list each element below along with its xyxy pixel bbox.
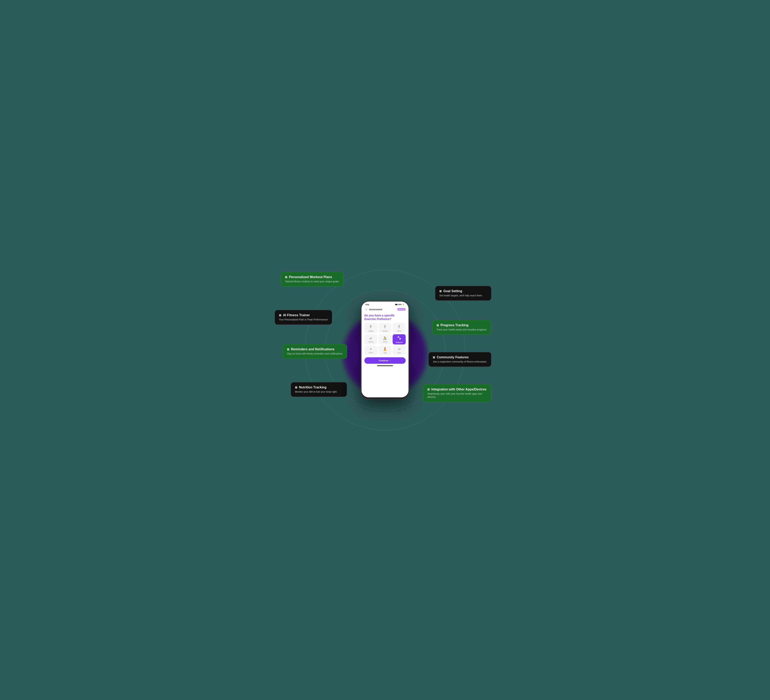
card-goal-desc: Set health targets, we'll help reach the… xyxy=(439,294,487,297)
screen-question: Do you have a specific Exercise Prefrenc… xyxy=(362,312,408,322)
card-integration-title: ⊞ Integration with Other Apps/Devices xyxy=(427,388,487,391)
skating-label: Skating xyxy=(368,341,374,343)
progress-icon: ⊞ xyxy=(437,323,439,327)
exercise-yoga[interactable]: 🧘 Yoga xyxy=(379,346,391,355)
biking-label: Biking xyxy=(383,341,387,343)
phone-screen: ‹ Assessment 10 of 17 Do you have a spec… xyxy=(362,306,408,398)
exercise-hiking[interactable]: Hiking xyxy=(393,323,406,333)
other-icon: ⚙ xyxy=(398,347,401,351)
signal-icon: ▮▮▮ xyxy=(395,304,398,306)
card-nutrition: ⊞ Nutrition Tracking Monitor your diet t… xyxy=(291,382,347,397)
card-integration-desc: Seamlessly sync with your favorite healt… xyxy=(427,392,487,399)
card-community-title: ⊞ Community Features xyxy=(433,356,487,359)
status-time: 9:41 xyxy=(366,304,369,306)
exercise-jogging[interactable]: Jogging xyxy=(364,323,377,333)
walking-icon xyxy=(383,325,387,329)
hiking-label: Hiking xyxy=(397,330,401,332)
exercise-weightlift[interactable]: Weightlift xyxy=(393,334,406,344)
card-goal: ⊞ Goal Setting Set health targets, we'll… xyxy=(435,286,491,301)
hiking-icon xyxy=(397,325,401,329)
card-nutrition-title: ⊞ Nutrition Tracking xyxy=(295,386,343,389)
phone-frame: 9:41 ▮▮▮ WiFi 🔋 ‹ Assessment 10 of 17 xyxy=(361,301,409,399)
weightlift-label: Weightlift xyxy=(396,341,403,343)
other-label: Other xyxy=(397,352,401,354)
jogging-label: Jogging xyxy=(368,330,374,332)
exercise-skating[interactable]: ⛸ Skating xyxy=(364,334,377,344)
card-goal-title: ⊞ Goal Setting xyxy=(439,289,487,293)
phone-mockup: 9:41 ▮▮▮ WiFi 🔋 ‹ Assessment 10 of 17 xyxy=(361,301,409,399)
card-progress-desc: Track your health easily and visualize p… xyxy=(437,328,487,331)
battery-icon: 🔋 xyxy=(403,304,404,306)
card-ai-desc: Your Personalized Path to Peak Performan… xyxy=(279,318,328,322)
card-reminders-title: ⊞ Reminders and Notifications xyxy=(287,348,343,351)
card-integration: ⊞ Integration with Other Apps/Devices Se… xyxy=(423,384,491,403)
skating-icon: ⛸ xyxy=(369,336,372,340)
community-icon: ⊞ xyxy=(433,356,435,359)
exercise-biking[interactable]: 🚴 Biking xyxy=(379,334,391,344)
yoga-label: Yoga xyxy=(383,352,387,354)
card-personalized: ⊞ Personalized Workout Plans Tailored fi… xyxy=(281,272,343,287)
card-reminders: ⊞ Reminders and Notifications Stay on tr… xyxy=(283,344,347,359)
exercise-grid: Jogging Walking Hiking xyxy=(362,322,408,356)
yoga-icon: 🧘 xyxy=(383,347,387,351)
cardio-icon: ♥ xyxy=(370,347,372,351)
goal-icon: ⊞ xyxy=(439,289,442,293)
cardio-label: Cardio xyxy=(369,352,373,354)
continue-button[interactable]: Continue → xyxy=(364,357,406,364)
card-community-desc: Join a supportive community of fitness e… xyxy=(433,360,487,364)
screen-header: ‹ Assessment 10 of 17 xyxy=(362,306,408,312)
bell-icon: ⊞ xyxy=(287,348,290,351)
card-personalized-title: ⊞ Personalized Workout Plans xyxy=(285,275,339,279)
back-button[interactable]: ‹ xyxy=(364,307,368,311)
weightlift-icon xyxy=(397,336,401,341)
exercise-other[interactable]: ⚙ Other xyxy=(393,346,406,355)
exercise-walking[interactable]: Walking xyxy=(379,323,391,333)
integration-icon: ⊞ xyxy=(427,388,430,391)
card-progress: ⊞ Progress Tracking Track your health ea… xyxy=(432,320,491,335)
home-indicator xyxy=(377,365,393,366)
card-progress-title: ⊞ Progress Tracking xyxy=(437,323,487,327)
nutrition-icon: ⊞ xyxy=(295,386,298,389)
biking-icon: 🚴 xyxy=(383,336,387,340)
continue-label: Continue → xyxy=(379,359,391,362)
wifi-icon: WiFi xyxy=(398,304,402,306)
ai-icon: ⊞ xyxy=(279,314,281,317)
dumbbell-icon: ⊞ xyxy=(285,275,287,279)
exercise-cardio[interactable]: ♥ Cardio xyxy=(364,346,377,355)
card-nutrition-desc: Monitor your diet to fuel your body righ… xyxy=(295,390,343,394)
main-scene: ⊞ Personalized Workout Plans Tailored fi… xyxy=(275,260,495,440)
card-ai: ⊞ AI Fitness Trainer Your Personalized P… xyxy=(275,310,332,325)
status-bar: 9:41 ▮▮▮ WiFi 🔋 xyxy=(362,302,408,306)
card-personalized-desc: Tailored fitness routines to meet your u… xyxy=(285,280,339,283)
screen-title: Assessment xyxy=(369,308,382,310)
jogging-icon xyxy=(369,325,373,329)
card-ai-title: ⊞ AI Fitness Trainer xyxy=(279,314,328,317)
progress-badge: 10 of 17 xyxy=(397,308,406,310)
walking-label: Walking xyxy=(382,330,388,332)
status-icons: ▮▮▮ WiFi 🔋 xyxy=(395,304,404,306)
card-community: ⊞ Community Features Join a supportive c… xyxy=(429,352,491,367)
header-left: ‹ Assessment xyxy=(364,307,382,311)
card-reminders-desc: Stay on track with timely reminders and … xyxy=(287,352,343,356)
